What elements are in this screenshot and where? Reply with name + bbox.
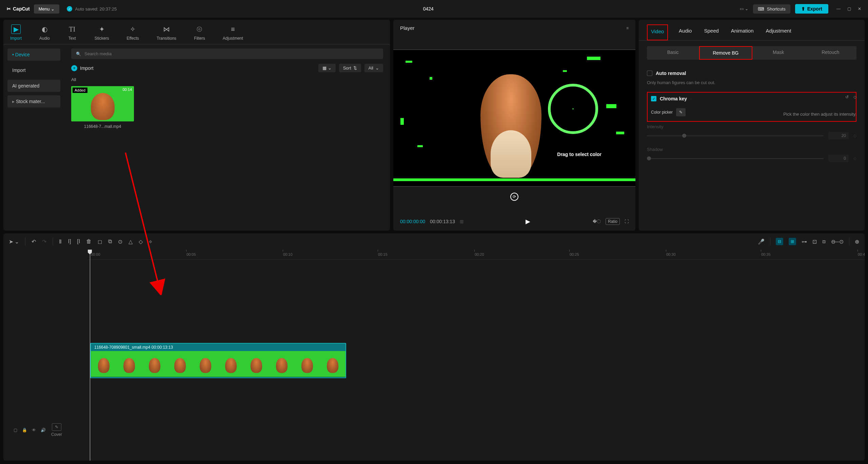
link-toggle[interactable]: ⊶ (802, 238, 807, 245)
inspector-tab-animation[interactable]: Animation (730, 24, 755, 40)
mute-icon[interactable]: 🔊 (41, 428, 46, 432)
tab-text[interactable]: TIText (64, 22, 80, 44)
search-input[interactable]: 🔍 (71, 49, 383, 59)
rotate-handle[interactable]: ⟳ (510, 193, 518, 201)
keyframe-icon[interactable]: ◇ (853, 133, 856, 138)
track-box-icon[interactable]: ▢ (14, 428, 17, 432)
keyframe-icon[interactable]: ◇ (853, 95, 856, 99)
intensity-value[interactable]: 20 (828, 132, 849, 139)
color-picker-ring[interactable] (548, 84, 598, 134)
eye-icon[interactable]: 👁 (32, 428, 36, 432)
tab-audio[interactable]: ◐Audio (36, 22, 53, 44)
check-icon: ✓ (67, 6, 72, 12)
fullscreen-icon[interactable]: ⛶ (625, 219, 629, 224)
split-tool[interactable]: Ⅱ (59, 238, 62, 245)
split-left-tool[interactable]: I] (68, 238, 71, 245)
auto-removal-helper: Only human figures can be cut out. (647, 80, 856, 85)
redo-button[interactable]: ↷ (42, 238, 46, 245)
delete-tool[interactable]: 🗑 (86, 238, 92, 245)
timeline[interactable]: 00:00 00:05 00:10 00:15 00:20 00:25 00:3… (3, 250, 865, 461)
chroma-key-checkbox[interactable]: ✓ (651, 96, 656, 101)
shadow-slider[interactable] (647, 158, 824, 159)
zoom-out[interactable]: ⊖─⊙ (831, 238, 844, 245)
keyboard-icon: ⌨ (758, 6, 764, 12)
layout-icon[interactable]: ▭ ⌄ (740, 6, 748, 11)
preview-toggle[interactable]: ⊡ (812, 238, 817, 245)
eyedropper-button[interactable]: ✎ (676, 108, 686, 116)
app-name: CapCut (13, 6, 30, 12)
subtab-basic[interactable]: Basic (647, 46, 699, 60)
tab-filters[interactable]: ⦾Filters (191, 22, 209, 44)
track-toggle[interactable]: ⧈ (822, 238, 826, 245)
split-right-tool[interactable]: [I (77, 238, 80, 245)
shortcuts-button[interactable]: ⌨ Shortcuts (753, 4, 790, 14)
minimize-icon[interactable]: — (836, 6, 841, 11)
ratio-button[interactable]: Ratio (606, 218, 620, 225)
view-toggle[interactable]: ▦ ⌄ (318, 64, 336, 72)
columns-icon[interactable]: ▥ (460, 219, 463, 224)
lock-icon[interactable]: 🔒 (22, 428, 27, 432)
filter-all[interactable]: All ⌄ (364, 64, 383, 72)
color-picker-label: Color picker (651, 110, 673, 115)
player-title: Player (400, 25, 415, 31)
media-item[interactable]: Added 00:14 116648-7...mall.mp4 (71, 86, 134, 129)
fit-zoom[interactable]: ⊕ (855, 238, 859, 245)
undo-button[interactable]: ↶ (32, 238, 36, 245)
cursor-tool[interactable]: ➤ ⌄ (9, 238, 19, 245)
time-total: 00:00:13:13 (430, 219, 455, 224)
tab-import[interactable]: ▶Import (7, 22, 25, 44)
import-button[interactable]: + Import (71, 65, 94, 71)
mirror-tool[interactable]: △ (129, 238, 133, 245)
copy-tool[interactable]: ⧉ (108, 238, 112, 245)
upload-icon: ⬆ (801, 6, 805, 12)
play-button[interactable]: ▶ (526, 218, 530, 225)
focus-icon[interactable]: �〇 (593, 219, 601, 225)
duration-badge: 00:14 (122, 88, 132, 92)
inspector-tab-speed[interactable]: Speed (703, 24, 720, 40)
inspector-tab-audio[interactable]: Audio (677, 24, 693, 40)
menu-button[interactable]: Menu⌄ (34, 4, 60, 14)
export-button[interactable]: ⬆ Export (795, 4, 828, 14)
subtab-mask[interactable]: Mask (752, 46, 805, 60)
intensity-label: Intensity (647, 124, 856, 129)
mic-icon[interactable]: 🎤 (758, 238, 765, 245)
ruler[interactable]: 00:00 00:05 00:10 00:15 00:20 00:25 00:3… (88, 250, 865, 260)
preview-frame[interactable]: Drag to select color (393, 50, 635, 187)
added-badge: Added (73, 88, 87, 93)
reset-icon[interactable]: ↺ (845, 95, 849, 99)
inspector-tab-adjustment[interactable]: Adjustment (765, 24, 793, 40)
time-current: 00:00:00:00 (400, 219, 425, 224)
plus-icon: + (71, 65, 77, 71)
marker-tool[interactable]: ◻ (98, 238, 102, 245)
crop-tool[interactable]: ⟐ (149, 238, 152, 245)
maximize-icon[interactable]: ▢ (847, 6, 851, 11)
magnet-toggle[interactable]: ⊞ (789, 238, 796, 245)
inspector-panel: Video Audio Speed Animation Adjustment B… (639, 20, 865, 231)
inspector-tab-video[interactable]: Video (647, 24, 668, 40)
tab-effects[interactable]: ✧Effects (123, 22, 142, 44)
shadow-value[interactable]: 0 (828, 155, 849, 162)
player-menu-icon[interactable]: ≡ (626, 26, 629, 31)
tab-stickers[interactable]: ✦Stickers (91, 22, 113, 44)
tab-adjustment[interactable]: ≡Adjustment (219, 22, 246, 44)
rotate-tool[interactable]: ◇ (139, 238, 143, 245)
timeline-clip[interactable]: 116648-708909801_small.mp4 00:00:13:13 (90, 343, 346, 378)
subtab-removebg[interactable]: Remove BG (699, 46, 753, 60)
sidebar-item-stock[interactable]: ▸ Stock mater... (7, 95, 60, 108)
auto-removal-checkbox[interactable] (647, 71, 652, 76)
sidebar-item-import[interactable]: Import (7, 64, 60, 76)
sidebar-item-device[interactable]: Device (7, 49, 60, 61)
subtab-retouch[interactable]: Retouch (805, 46, 857, 60)
chroma-key-label: Chroma key (660, 96, 687, 101)
sort-button[interactable]: Sort ⇅ (339, 64, 361, 72)
close-icon[interactable]: ✕ (858, 6, 861, 11)
playhead[interactable] (90, 250, 90, 461)
cover-button[interactable]: ✎ Cover (51, 423, 62, 437)
snap-toggle[interactable]: ⊟ (776, 238, 783, 245)
sidebar-item-ai[interactable]: AI generated (7, 80, 60, 92)
media-sidebar: Device Import AI generated ▸ Stock mater… (3, 44, 64, 231)
keyframe-icon[interactable]: ◇ (853, 156, 856, 161)
intensity-slider[interactable] (647, 135, 824, 136)
reverse-tool[interactable]: ⊙ (118, 238, 122, 245)
tab-transitions[interactable]: ⋈Transitions (153, 22, 180, 44)
